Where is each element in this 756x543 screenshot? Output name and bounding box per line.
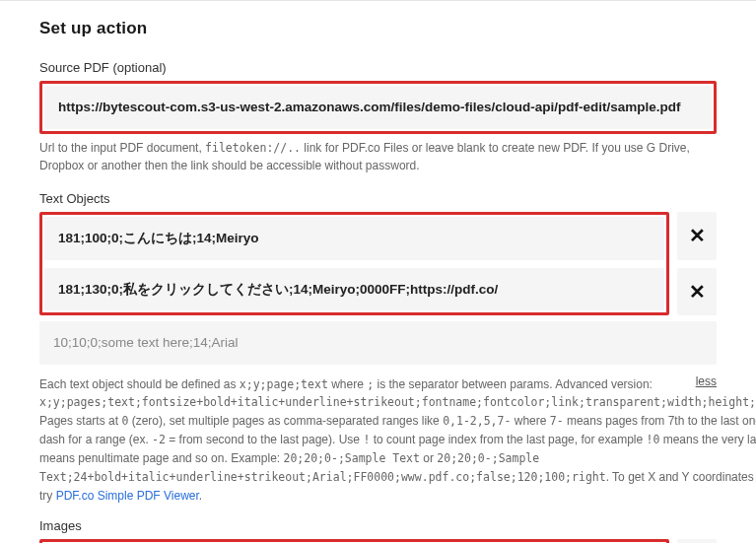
text-object-placeholder-input[interactable]: 10;10;0;some text here;14;Arial bbox=[39, 321, 717, 365]
images-group: Images 181;160;0;https://bytescout-com.s… bbox=[39, 518, 717, 543]
page-title: Set up action bbox=[39, 19, 717, 38]
close-icon: ✕ bbox=[689, 280, 706, 304]
remove-image-1[interactable]: ✕ bbox=[677, 539, 717, 543]
text-object-input-2[interactable]: 181;130;0;私をクリックしてください;14;Meiryo;0000FF;… bbox=[44, 268, 664, 311]
text-objects-group: Text Objects 181;100;0;こんにちは;14;Meiryo 1… bbox=[39, 191, 717, 505]
pdf-viewer-link[interactable]: PDF.co Simple PDF Viewer bbox=[56, 489, 199, 503]
text-objects-label: Text Objects bbox=[39, 191, 110, 206]
source-pdf-group: Source PDF (optional) https://bytescout-… bbox=[39, 60, 717, 175]
remove-text-object-1[interactable]: ✕ bbox=[677, 212, 717, 260]
source-pdf-helper: Url to the input PDF document, filetoken… bbox=[39, 139, 717, 175]
source-pdf-label: Source PDF (optional) bbox=[39, 60, 717, 75]
text-object-input-1[interactable]: 181;100;0;こんにちは;14;Meiryo bbox=[44, 217, 664, 260]
less-toggle[interactable]: less bbox=[696, 374, 717, 388]
close-icon: ✕ bbox=[689, 224, 706, 247]
remove-text-object-2[interactable]: ✕ bbox=[677, 268, 717, 316]
images-label: Images bbox=[39, 518, 717, 533]
text-objects-helper: Each text object should be defined as x;… bbox=[39, 375, 756, 505]
source-pdf-input[interactable]: https://bytescout-com.s3-us-west-2.amazo… bbox=[44, 86, 712, 129]
